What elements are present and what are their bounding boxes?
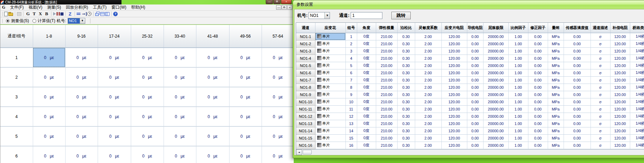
measurement-cell[interactable]: 0με [229, 126, 262, 146]
param-cell[interactable]: 120.00 [610, 47, 630, 55]
param-cell[interactable]: 0.00 [467, 98, 483, 105]
play-icon[interactable] [53, 12, 56, 16]
param-cell[interactable]: 2.00 [415, 47, 441, 55]
gauge-type-cell[interactable]: 单片 [315, 91, 345, 98]
chevron-down-icon[interactable]: ▼ [80, 18, 85, 23]
param-cell[interactable]: 20000.00 [483, 127, 508, 134]
param-cell[interactable]: 120.00 [441, 33, 467, 40]
param-cell[interactable]: 1/4桥 [630, 105, 644, 113]
param-cell[interactable]: 1.00 [508, 134, 528, 142]
param-cell[interactable]: σ [591, 33, 610, 40]
param-cell[interactable]: 0度 [357, 40, 376, 47]
param-cell[interactable]: 2.00 [415, 76, 441, 84]
param-cell[interactable]: 0.30 [397, 84, 415, 91]
param-cell[interactable]: σ [591, 76, 610, 84]
channel-row-header[interactable]: NO1-2 [296, 40, 315, 47]
param-cell[interactable]: 120.00 [441, 134, 467, 142]
param-cell[interactable]: 120.00 [610, 69, 630, 76]
measurement-cell[interactable]: 0με [65, 107, 98, 126]
param-cell[interactable]: 0.00 [564, 76, 591, 84]
param-cell[interactable]: 0.00 [528, 40, 548, 47]
param-cell[interactable]: 0.00 [467, 84, 483, 91]
param-cell[interactable]: 120.00 [610, 98, 630, 105]
param-cell[interactable]: 1/4桥 [630, 62, 644, 69]
measurement-cell[interactable]: 0με [65, 48, 98, 67]
param-cell[interactable]: 0.00 [467, 113, 483, 120]
scroll-left-button[interactable]: ◄ [296, 150, 302, 155]
channel-row-header[interactable]: NO1-14 [296, 127, 315, 134]
measurement-cell[interactable]: 0με [131, 48, 164, 67]
measurement-cell[interactable]: 0με [33, 107, 65, 126]
channel-row-header[interactable]: NO1-12 [296, 113, 315, 120]
param-cell[interactable]: 0.00 [528, 47, 548, 55]
param-cell[interactable]: σ [591, 134, 610, 142]
param-cell[interactable]: 120.00 [610, 120, 630, 127]
horizontal-scrollbar[interactable]: ◄ [296, 149, 644, 155]
param-cell[interactable]: MPa [548, 127, 564, 134]
gauge-type-cell[interactable]: 单片 [315, 76, 345, 84]
param-cell[interactable]: 1.00 [508, 91, 528, 98]
title-bar[interactable]: CM-2B-64测量分析系统 - [数据表] — × [0, 0, 294, 4]
param-cell[interactable]: 1/4桥 [630, 84, 644, 91]
measurement-cell[interactable]: 0με [262, 146, 294, 163]
measurement-cell[interactable]: 0με [33, 126, 65, 146]
param-cell[interactable]: 20000.00 [483, 40, 508, 47]
measurement-cell[interactable]: 0με [164, 107, 196, 126]
measurement-cell[interactable]: 0με [65, 126, 98, 146]
z-button[interactable]: Z [67, 11, 73, 17]
param-cell[interactable]: 120.00 [441, 91, 467, 98]
param-cell[interactable]: MPa [548, 47, 564, 55]
param-cell[interactable]: 0.00 [467, 76, 483, 84]
measurement-cell[interactable]: 0με [262, 107, 294, 126]
param-cell[interactable]: 1.00 [508, 33, 528, 40]
param-cell[interactable]: 8 [345, 84, 357, 91]
param-cell[interactable]: 120.00 [610, 76, 630, 84]
measurement-cell[interactable]: 0με [65, 67, 98, 87]
measurement-cell[interactable]: 0με [33, 48, 65, 67]
measurement-cell[interactable]: 0με [229, 107, 262, 126]
zero-balance-icon[interactable] [77, 13, 80, 15]
param-cell[interactable]: 0.00 [528, 134, 548, 142]
measurement-cell[interactable]: 0με [262, 87, 294, 107]
param-cell[interactable]: 0.00 [467, 62, 483, 69]
x-button[interactable]: X [38, 11, 43, 17]
param-cell[interactable]: 1.00 [508, 120, 528, 127]
param-cell[interactable]: 0度 [357, 62, 376, 69]
measurement-cell[interactable]: 0με [131, 107, 164, 126]
param-cell[interactable]: 210.00 [376, 91, 397, 98]
param-cell[interactable]: σ [591, 98, 610, 105]
g-button[interactable]: G [25, 11, 31, 17]
param-cell[interactable]: 0.00 [467, 47, 483, 55]
param-cell[interactable]: 0.30 [397, 69, 415, 76]
tile-horizontal-icon[interactable] [100, 12, 105, 16]
gauge-type-cell[interactable]: 单片 [315, 120, 345, 127]
param-cell[interactable]: 0度 [357, 55, 376, 62]
param-cell[interactable]: 2.00 [415, 142, 441, 149]
param-cell[interactable]: 120.00 [610, 84, 630, 91]
channel-row-header[interactable]: NO1-13 [296, 120, 315, 127]
param-cell[interactable]: 1.00 [508, 84, 528, 91]
param-cell[interactable]: 210.00 [376, 47, 397, 55]
param-cell[interactable]: 0.00 [528, 55, 548, 62]
param-cell[interactable]: 210.00 [376, 76, 397, 84]
param-cell[interactable]: 0度 [357, 33, 376, 40]
tile-vertical-icon[interactable] [105, 12, 109, 16]
open-file-icon[interactable] [8, 13, 13, 16]
param-cell[interactable]: 210.00 [376, 69, 397, 76]
calc-value-radio[interactable] [32, 19, 36, 23]
param-cell[interactable]: 20000.00 [483, 113, 508, 120]
param-cell[interactable]: 0.00 [467, 127, 483, 134]
param-cell[interactable]: 0.00 [467, 91, 483, 98]
param-cell[interactable]: 0.00 [528, 62, 548, 69]
channel-row-header[interactable]: NO1-6 [296, 69, 315, 76]
param-cell[interactable]: 120.00 [610, 142, 630, 149]
param-cell[interactable]: 0.00 [564, 105, 591, 113]
param-cell[interactable]: 210.00 [376, 33, 397, 40]
param-cell[interactable]: 2.00 [415, 91, 441, 98]
param-cell[interactable]: 0.00 [467, 120, 483, 127]
param-cell[interactable]: 0.00 [564, 142, 591, 149]
param-cell[interactable]: 0度 [357, 69, 376, 76]
save-disabled-icon[interactable] [17, 12, 21, 16]
param-cell[interactable]: 2.00 [415, 127, 441, 134]
param-cell[interactable]: 0度 [357, 84, 376, 91]
